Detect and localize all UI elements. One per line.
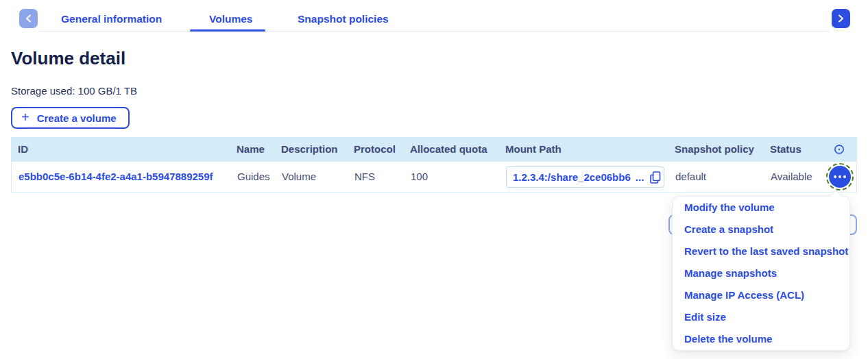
- cell-allocated-quota: 100: [411, 162, 428, 192]
- col-header-allocated-quota: Allocated quota: [410, 137, 487, 162]
- tab-snapshot-policies[interactable]: Snapshot policies: [298, 13, 389, 25]
- chevron-right-icon: [838, 14, 844, 23]
- ellipsis-icon: [834, 175, 836, 178]
- table-row: e5bb0c5e-6b14-4fe2-a4a1-b5947889259f Gui…: [11, 162, 857, 193]
- create-volume-button[interactable]: + Create a volume: [11, 107, 130, 129]
- menu-item-delete-volume[interactable]: Delete the volume: [673, 328, 849, 350]
- tabs-scroll-right-button[interactable]: [832, 9, 850, 28]
- tab-volumes[interactable]: Volumes: [209, 13, 252, 25]
- row-actions-button[interactable]: [829, 166, 851, 188]
- copy-icon[interactable]: [650, 171, 661, 184]
- col-header-status: Status: [770, 137, 801, 162]
- volumes-table: ID Name Description Protocol Allocated q…: [11, 137, 857, 193]
- tabbar-divider: [38, 31, 830, 32]
- cell-protocol: NFS: [354, 162, 375, 192]
- mount-path-value: 1.2.3.4:/share_2ce06bb6: [513, 171, 631, 183]
- menu-item-create-snapshot[interactable]: Create a snapshot: [673, 219, 849, 240]
- col-header-id: ID: [18, 137, 28, 162]
- active-tab-underline: [190, 29, 265, 32]
- col-header-description: Description: [281, 137, 338, 162]
- storage-used-text: Storage used: 100 GB/1 TB: [11, 85, 137, 97]
- tab-general-information[interactable]: General information: [61, 13, 162, 25]
- col-header-snapshot-policy: Snapshot policy: [675, 137, 754, 162]
- cell-status: Available: [771, 162, 812, 192]
- menu-item-edit-size[interactable]: Edit size: [673, 306, 849, 328]
- mount-path-ellipsis: ...: [636, 171, 644, 183]
- table-header-row: ID Name Description Protocol Allocated q…: [11, 137, 857, 162]
- row-actions-menu: Modify the volume Create a snapshot Reve…: [672, 196, 850, 351]
- create-volume-label: Create a volume: [37, 112, 117, 124]
- cell-name: Guides: [237, 162, 270, 192]
- cell-volume-id[interactable]: e5bb0c5e-6b14-4fe2-a4a1-b5947889259f: [19, 162, 213, 192]
- cell-snapshot-policy: default: [675, 162, 706, 192]
- row-actions-focus-ring: [826, 163, 854, 190]
- menu-item-modify-volume[interactable]: Modify the volume: [673, 197, 849, 219]
- mount-path-chip[interactable]: 1.2.3.4:/share_2ce06bb6 ...: [506, 166, 664, 188]
- chevron-left-icon: [25, 14, 32, 23]
- cell-description: Volume: [282, 162, 316, 192]
- col-header-name: Name: [237, 137, 265, 162]
- col-header-protocol: Protocol: [354, 137, 396, 162]
- col-header-mount-path: Mount Path: [505, 137, 562, 162]
- menu-item-manage-snapshots[interactable]: Manage snapshots: [673, 262, 849, 284]
- page-title: Volume detail: [11, 48, 125, 69]
- gear-icon[interactable]: [833, 143, 845, 156]
- tabs-scroll-left-button[interactable]: [19, 9, 38, 28]
- plus-icon: +: [21, 110, 29, 124]
- menu-item-manage-ip-access[interactable]: Manage IP Access (ACL): [673, 284, 849, 306]
- menu-item-revert-snapshot[interactable]: Revert to the last saved snapshot: [673, 240, 849, 262]
